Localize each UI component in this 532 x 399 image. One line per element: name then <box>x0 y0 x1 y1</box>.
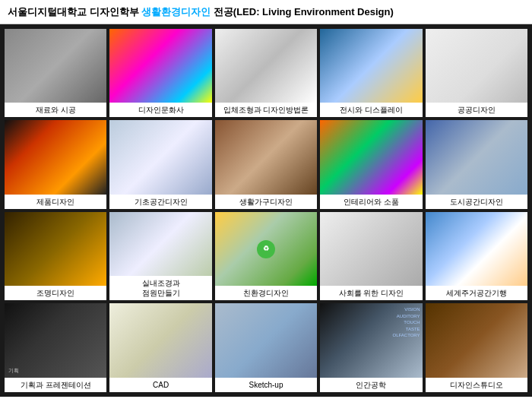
grid-item-eco[interactable]: ♻친환경디자인 <box>215 212 317 301</box>
grid-item-exhibit[interactable]: 전시와 디스플레이 <box>320 29 422 118</box>
grid-item-ergonomics[interactable]: VISIONAUDITORYTOUCHTASTEOLFACTORY인간공학 <box>320 303 422 392</box>
grid-item-sketchup[interactable]: Sketch-up <box>215 303 317 392</box>
grid-label-sketchup: Sketch-up <box>215 378 317 392</box>
grid-label-interior2: 실내조경과 점원만들기 <box>109 276 211 300</box>
grid-label-ergonomics: 인간공학 <box>320 378 422 392</box>
grid-item-design-culture[interactable]: 디자인문화사 <box>109 29 211 118</box>
course-grid: 재료와 시공디자인문화사입체조형과 디자인방법론전시와 디스플레이공공디자인제품… <box>0 24 532 397</box>
grid-item-product[interactable]: 제품디자인 <box>5 120 106 209</box>
grid-label-eco: 친환경디자인 <box>215 286 317 300</box>
title-prefix: 서울디지털대학교 디자인학부 <box>8 6 141 17</box>
grid-label-3d: 입체조형과 디자인방법론 <box>215 103 317 117</box>
grid-label-exhibit: 전시와 디스플레이 <box>320 103 422 117</box>
grid-item-public[interactable]: 공공디자인 <box>426 29 527 118</box>
grid-item-world[interactable]: 세계주거공간기행 <box>426 212 527 301</box>
grid-label-planning: 기획과 프레젠테이션 <box>5 378 106 392</box>
title-highlight: 생활환경디자인 <box>141 6 211 17</box>
grid-item-planning[interactable]: 기획기획과 프레젠테이션 <box>5 303 106 392</box>
grid-item-jaeyo[interactable]: 재료와 시공 <box>5 29 106 118</box>
grid-label-studio: 디자인스튜디오 <box>426 378 527 392</box>
grid-label-public: 공공디자인 <box>426 103 527 117</box>
grid-label-lighting: 조명디자인 <box>5 286 106 300</box>
grid-label-furniture: 생활가구디자인 <box>215 195 317 209</box>
grid-label-design-culture: 디자인문화사 <box>109 103 211 117</box>
grid-label-interior: 인테리어와 소품 <box>320 195 422 209</box>
grid-label-cad: CAD <box>109 378 211 392</box>
grid-label-urban: 도시공간디자인 <box>426 195 527 209</box>
grid-item-interior2[interactable]: 실내조경과 점원만들기 <box>109 212 211 301</box>
grid-label-world: 세계주거공간기행 <box>426 286 527 300</box>
grid-item-3d[interactable]: 입체조형과 디자인방법론 <box>215 29 317 118</box>
grid-item-furniture[interactable]: 생활가구디자인 <box>215 120 317 209</box>
grid-item-interior[interactable]: 인테리어와 소품 <box>320 120 422 209</box>
header: 서울디지털대학교 디자인학부 생활환경디자인 전공(LED: Living En… <box>0 0 532 24</box>
grid-item-social[interactable]: 사회를 위한 디자인 <box>320 212 422 301</box>
grid-label-jaeyo: 재료와 시공 <box>5 103 106 117</box>
grid-label-social: 사회를 위한 디자인 <box>320 286 422 300</box>
grid-item-basic-space[interactable]: 기초공간디자인 <box>109 120 211 209</box>
grid-item-urban[interactable]: 도시공간디자인 <box>426 120 527 209</box>
grid-label-basic-space: 기초공간디자인 <box>109 195 211 209</box>
grid-item-lighting[interactable]: 조명디자인 <box>5 212 106 301</box>
title-suffix: 전공(LED: Living Environment Design) <box>211 6 394 17</box>
grid-label-product: 제품디자인 <box>5 195 106 209</box>
grid-item-studio[interactable]: 디자인스튜디오 <box>426 303 527 392</box>
grid-item-cad[interactable]: CAD <box>109 303 211 392</box>
